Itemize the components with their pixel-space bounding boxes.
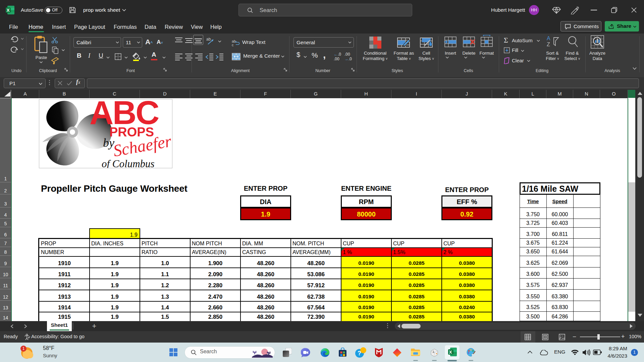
- svg-text:X: X: [7, 8, 10, 13]
- svg-text:1: 1: [22, 346, 25, 351]
- svg-text:?: ?: [358, 350, 361, 357]
- svg-text:ab: ab: [206, 37, 211, 42]
- svg-text:A: A: [547, 36, 550, 41]
- svg-text:c: c: [232, 43, 234, 47]
- svg-text:of Columbus: of Columbus: [102, 158, 155, 168]
- svg-text:Z: Z: [547, 42, 550, 47]
- svg-text:X: X: [449, 350, 452, 355]
- svg-text:λ: λ: [432, 350, 434, 354]
